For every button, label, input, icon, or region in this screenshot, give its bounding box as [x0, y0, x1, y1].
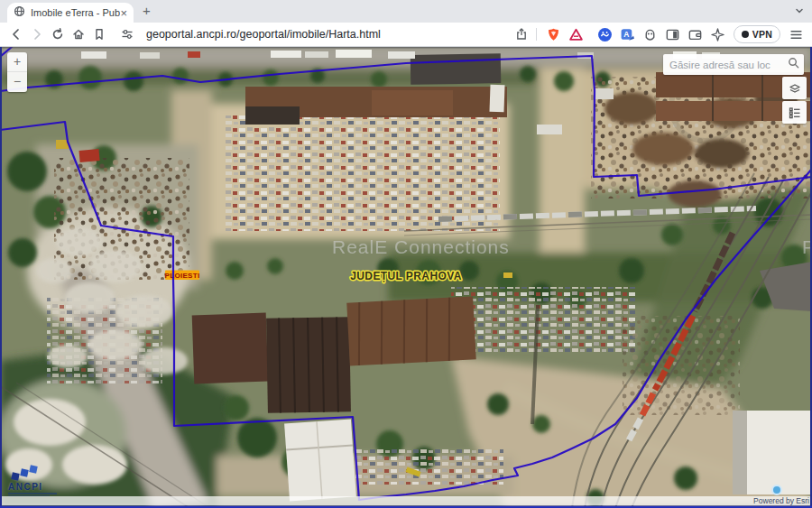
tab-strip: Imobile eTerra - Public × + — [0, 0, 812, 23]
map-search-box — [663, 54, 804, 75]
powered-by-esri-link[interactable]: Powered by Esri — [753, 496, 809, 505]
search-icon[interactable] — [787, 56, 800, 73]
brave-rewards-triangle-icon[interactable] — [567, 25, 586, 43]
ancpi-logo-squares-icon — [8, 467, 71, 480]
octopus-extension-icon[interactable] — [641, 25, 660, 43]
zoom-in-button[interactable]: + — [7, 52, 27, 72]
reload-button[interactable] — [49, 25, 67, 43]
tab-close-icon[interactable]: × — [120, 7, 127, 19]
tab-title: Imobile eTerra - Public — [31, 7, 120, 18]
vpn-label: VPN — [752, 29, 772, 40]
legend-icon — [788, 106, 802, 120]
toolbar-divider — [536, 28, 537, 41]
basemap-gallery-button[interactable] — [782, 77, 807, 99]
extension-blue-badge-icon[interactable] — [596, 25, 614, 43]
new-tab-button[interactable]: + — [139, 4, 154, 19]
menu-icon[interactable] — [787, 25, 805, 43]
forward-button[interactable] — [28, 25, 46, 43]
location-marker-dot — [772, 485, 781, 494]
translate-extension-icon[interactable]: A — [619, 25, 637, 43]
home-button[interactable] — [69, 25, 88, 43]
leo-sparkle-icon[interactable] — [709, 25, 727, 43]
watermark-text: RealE Connections — [332, 236, 510, 257]
zoom-control: + − — [7, 52, 27, 92]
city-label: PLOIESTI — [165, 271, 200, 281]
zoom-out-button[interactable]: − — [7, 72, 27, 92]
map-viewport[interactable]: RealE Connections P PLOIESTI JUDEȚUL PRA… — [0, 47, 812, 508]
svg-text:A: A — [624, 29, 630, 38]
globe-favicon-icon — [14, 5, 25, 21]
wallet-icon[interactable] — [687, 25, 705, 43]
basemap-gallery-icon — [788, 81, 802, 96]
ancpi-logo: ANCPI — [8, 467, 71, 496]
sidebar-toggle-icon[interactable] — [664, 25, 682, 43]
attribution-bar: Powered by Esri — [2, 496, 810, 505]
site-settings-icon[interactable] — [118, 25, 136, 43]
vpn-button[interactable]: VPN — [734, 25, 780, 43]
vpn-status-icon — [742, 31, 749, 38]
city-label-text: PLOIESTI — [165, 272, 200, 280]
browser-tab[interactable]: Imobile eTerra - Public × — [7, 3, 134, 23]
county-label: JUDEȚUL PRAHOVA — [350, 270, 462, 282]
search-input[interactable] — [669, 60, 787, 70]
bookmark-icon[interactable] — [90, 25, 108, 43]
browser-toolbar: geoportal.ancpi.ro/geoportal/imobile/Har… — [0, 23, 812, 47]
url-field[interactable]: geoportal.ancpi.ro/geoportal/imobile/Har… — [146, 28, 381, 41]
brave-shield-icon[interactable] — [545, 25, 563, 43]
tab-search-chevron-icon[interactable] — [793, 5, 806, 21]
ancpi-logo-text: ANCPI — [8, 482, 71, 492]
legend-button[interactable] — [782, 101, 807, 124]
satellite-map[interactable]: RealE Connections P PLOIESTI JUDEȚUL PRA… — [0, 47, 812, 508]
share-icon[interactable] — [512, 25, 531, 43]
back-button[interactable] — [7, 25, 25, 43]
